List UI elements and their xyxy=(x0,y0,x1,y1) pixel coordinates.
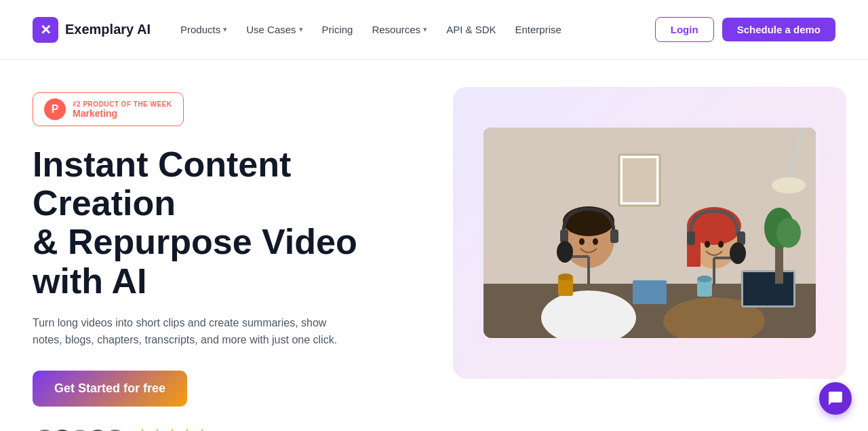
right-column xyxy=(453,81,846,431)
nav-link-resources-label: Resources xyxy=(372,24,420,35)
product-hunt-icon: P xyxy=(44,98,66,120)
ph-rank: #2 PRODUCT OF THE WEEK xyxy=(73,100,172,108)
chevron-down-icon: ▾ xyxy=(423,25,427,34)
headline-line3: with AI xyxy=(33,261,147,301)
chat-icon xyxy=(827,390,844,407)
headline-line2: & Repurpose Video xyxy=(33,222,357,261)
left-column: P #2 PRODUCT OF THE WEEK Marketing Insta… xyxy=(33,81,426,431)
svg-point-8 xyxy=(579,238,585,245)
headline-line1: Instant Content Creation xyxy=(33,145,291,223)
svg-rect-30 xyxy=(633,280,667,304)
nav-link-products[interactable]: Products ▾ xyxy=(172,18,235,41)
svg-rect-7 xyxy=(610,229,618,243)
nav-link-enterprise-label: Enterprise xyxy=(515,24,561,35)
nav-link-pricing[interactable]: Pricing xyxy=(314,18,361,41)
hero-headline: Instant Content Creation & Repurpose Vid… xyxy=(33,145,426,301)
svg-point-14 xyxy=(558,274,573,280)
product-hunt-badge[interactable]: P #2 PRODUCT OF THE WEEK Marketing xyxy=(33,92,184,126)
nav-left: ✕ Exemplary AI Products ▾ Use Cases ▾ Pr… xyxy=(33,17,570,43)
chat-support-button[interactable] xyxy=(819,382,852,415)
star-rating: ★★★★★ xyxy=(136,426,248,431)
get-started-button[interactable]: Get Started for free xyxy=(33,371,187,407)
svg-point-33 xyxy=(776,218,801,248)
nav-right: Login Schedule a demo xyxy=(655,17,835,42)
logo-text: Exemplary AI xyxy=(65,22,151,37)
podcast-image xyxy=(484,128,816,338)
avatar: 👤 xyxy=(33,428,57,431)
svg-rect-27 xyxy=(743,272,793,305)
nav-link-api-label: API & SDK xyxy=(446,24,496,35)
chevron-down-icon: ▾ xyxy=(299,25,303,34)
nav-link-products-label: Products xyxy=(180,24,220,35)
svg-point-25 xyxy=(730,242,746,264)
nav-link-enterprise[interactable]: Enterprise xyxy=(507,18,569,41)
avatar-group: 👤 👤 👤 👤 👤 xyxy=(33,428,127,431)
social-proof: 👤 👤 👤 👤 👤 ★★★★★ Trusted by 8K+ Customers xyxy=(33,426,426,431)
navbar: ✕ Exemplary AI Products ▾ Use Cases ▾ Pr… xyxy=(0,0,868,60)
main-content: P #2 PRODUCT OF THE WEEK Marketing Insta… xyxy=(0,60,868,431)
svg-point-9 xyxy=(593,238,598,245)
svg-point-22 xyxy=(718,241,724,248)
logo-group: ✕ Exemplary AI xyxy=(33,17,151,43)
chevron-down-icon: ▾ xyxy=(223,25,227,34)
logo-icon: ✕ xyxy=(33,17,58,43)
svg-rect-35 xyxy=(623,158,656,202)
ph-text: #2 PRODUCT OF THE WEEK Marketing xyxy=(73,100,172,119)
nav-link-usecases-label: Use Cases xyxy=(246,24,296,35)
svg-point-29 xyxy=(697,276,712,282)
svg-point-21 xyxy=(705,241,710,248)
svg-rect-19 xyxy=(687,231,695,245)
svg-point-37 xyxy=(772,177,806,193)
avatar: 👤 xyxy=(50,428,75,431)
hero-image-area xyxy=(453,87,846,379)
login-button[interactable]: Login xyxy=(655,17,714,42)
podcast-illustration xyxy=(484,128,816,338)
hero-subtext: Turn long videos into short clips and cr… xyxy=(33,314,358,349)
nav-link-pricing-label: Pricing xyxy=(322,24,353,35)
nav-links: Products ▾ Use Cases ▾ Pricing Resources… xyxy=(172,18,570,41)
nav-link-resources[interactable]: Resources ▾ xyxy=(363,18,435,41)
avatar: 👤 xyxy=(85,428,110,431)
nav-link-usecases[interactable]: Use Cases ▾ xyxy=(238,18,311,41)
svg-point-5 xyxy=(563,206,614,236)
ph-category: Marketing xyxy=(73,108,172,119)
nav-link-api[interactable]: API & SDK xyxy=(438,18,504,41)
avatar: 👤 xyxy=(103,428,127,431)
svg-point-12 xyxy=(557,241,573,263)
svg-rect-6 xyxy=(560,229,568,243)
avatar: 👤 xyxy=(68,428,92,431)
schedule-demo-button[interactable]: Schedule a demo xyxy=(722,18,835,41)
